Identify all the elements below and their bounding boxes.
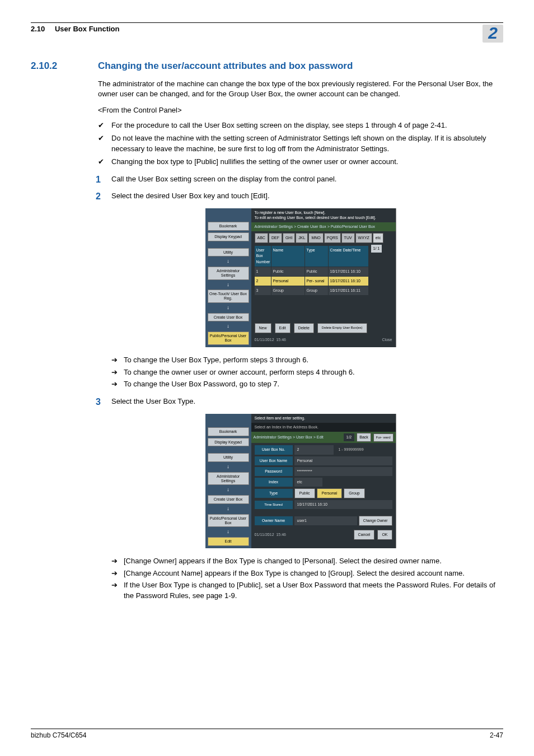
subhead: <From the Control Panel>: [98, 105, 503, 116]
tab-mno[interactable]: MNO: [308, 233, 323, 243]
breadcrumb: Administrator Settings > User Box > Edit: [254, 435, 341, 440]
type-label: Type: [255, 489, 293, 498]
type-personal-option[interactable]: Personal: [317, 488, 343, 498]
tab-tuv[interactable]: TUV: [341, 233, 355, 243]
footer-date: 01/11/2012: [255, 533, 274, 536]
col-number[interactable]: User Box Number: [255, 246, 271, 266]
tab-wxyz[interactable]: WXYZ: [355, 233, 372, 243]
create-user-box-button[interactable]: Create User Box: [208, 495, 249, 504]
create-user-box-button[interactable]: Create User Box: [208, 313, 249, 322]
forward-button[interactable]: For- ward: [373, 433, 394, 442]
table-row[interactable]: 1PublicPublic10/17/2011 16:10: [255, 267, 369, 276]
delete-empty-button[interactable]: Delete Empty User Box(es): [317, 323, 367, 333]
pager: 1/ 1: [371, 245, 382, 253]
col-name[interactable]: Name: [271, 246, 305, 266]
footer-page-number: 2-47: [490, 731, 503, 739]
change-owner-button[interactable]: Change Owner: [359, 516, 392, 525]
tab-abc[interactable]: ABC: [255, 233, 268, 243]
display-keypad-button[interactable]: Display Keypad: [208, 232, 249, 241]
back-button[interactable]: Back: [357, 433, 371, 442]
bookmark-button[interactable]: Bookmark: [208, 222, 249, 231]
admin-settings-button[interactable]: Administrator Settings: [208, 267, 249, 279]
tab-def[interactable]: DEF: [269, 233, 282, 243]
chevron-down-icon: ↓: [208, 323, 249, 330]
page-indicator: 1/2: [344, 433, 355, 441]
chevron-down-icon: ↓: [208, 305, 249, 311]
sub-instruction: Select an Index in the Address Book.: [251, 423, 396, 432]
breadcrumb: Administrator Settings > Create User Box…: [251, 222, 396, 231]
edit-button[interactable]: Edit: [275, 323, 291, 333]
user-box-no-label: User Box No.: [255, 445, 293, 454]
arrow-item: To change the owner user or owner accoun…: [111, 367, 503, 378]
time-stored-label: Time Stored: [255, 501, 293, 509]
col-type[interactable]: Type: [305, 246, 329, 266]
arrow-list: To change the User Box Type, perform ste…: [111, 355, 503, 390]
arrow-list: [Change Owner] appears if the Box Type i…: [111, 556, 503, 601]
check-list: For the procedure to call the User Box s…: [98, 120, 503, 167]
arrow-item: [Change Account Name] appears if the Box…: [111, 568, 503, 579]
user-box-name-label: User Box Name: [255, 456, 293, 465]
new-button[interactable]: New: [255, 323, 271, 333]
ok-button[interactable]: OK: [377, 530, 392, 540]
sidebar: Bookmark Display Keypad Utility ↓ Admini…: [205, 414, 251, 548]
action-bar: New Edit Delete Delete Empty User Box(es…: [251, 321, 396, 335]
step-text: Select the User Box Type.: [111, 397, 195, 405]
screenshot-user-box-edit: Bookmark Display Keypad Utility ↓ Admini…: [205, 414, 396, 548]
owner-name-label: Owner Name: [255, 516, 293, 525]
header-section-title: User Box Function: [55, 25, 120, 33]
instruction-text: To register a new User Box, touch [New].…: [251, 208, 396, 222]
screenshot-user-box-list: Bookmark Display Keypad Utility ↓ Admini…: [205, 208, 396, 347]
tab-pqrs[interactable]: PQRS: [324, 233, 341, 243]
alpha-tabs: ABC DEF GHI JKL MNO PQRS TUV WXYZ etc: [251, 231, 396, 245]
header-section-number: 2.10: [31, 25, 45, 33]
type-public-option[interactable]: Public: [294, 488, 315, 498]
user-box-table: User Box Number Name Type Create Date/Ti…: [255, 246, 369, 295]
step-item: 1 Call the User Box setting screen on th…: [98, 174, 503, 185]
user-box-no-range: 1 - 999999999: [335, 447, 364, 452]
admin-settings-button[interactable]: Administrator Settings: [208, 472, 249, 485]
check-item: For the procedure to call the User Box s…: [98, 120, 503, 131]
heading-number: 2.10.2: [31, 59, 98, 73]
step-item: 3 Select the User Box Type.: [98, 396, 503, 407]
chevron-down-icon: ↓: [208, 506, 249, 512]
index-label: Index: [255, 478, 293, 487]
close-button[interactable]: Close: [382, 337, 392, 343]
public-personal-button[interactable]: Public/Personal User Box: [208, 332, 249, 344]
step-text: Select the desired User Box key and touc…: [111, 192, 270, 200]
public-personal-button[interactable]: Public/Personal User Box: [208, 514, 249, 527]
index-value[interactable]: etc: [294, 478, 322, 487]
password-value[interactable]: **********: [294, 467, 392, 476]
step-number: 3: [96, 395, 101, 408]
footer-date: 01/11/2012: [255, 338, 274, 342]
user-box-name-value[interactable]: Personal: [294, 456, 392, 465]
delete-button[interactable]: Delete: [294, 323, 314, 333]
one-touch-button[interactable]: One-Touch/ User Box Reg.: [208, 290, 249, 302]
step-text: Call the User Box setting screen on the …: [111, 175, 337, 183]
page-footer: bizhub C754/C654 2-47: [31, 729, 503, 739]
utility-button[interactable]: Utility: [208, 453, 249, 462]
user-box-no-value[interactable]: 2: [294, 445, 334, 454]
heading-title: Changing the user/account attributes and…: [98, 59, 353, 73]
bookmark-button[interactable]: Bookmark: [208, 427, 249, 436]
arrow-item: To change the User Box Type, perform ste…: [111, 355, 503, 366]
display-keypad-button[interactable]: Display Keypad: [208, 438, 249, 447]
chevron-down-icon: ↓: [208, 487, 249, 493]
footer-time: 15:46: [276, 338, 286, 342]
chevron-down-icon: ↓: [208, 529, 249, 535]
type-group-option[interactable]: Group: [344, 488, 364, 498]
table-row[interactable]: 3GroupGroup10/17/2011 16:11: [255, 286, 369, 295]
check-item: Do not leave the machine with the settin…: [98, 133, 503, 155]
password-label: Password: [255, 467, 293, 476]
edit-form: User Box No. 2 1 - 999999999 User Box Na…: [251, 443, 396, 528]
time-stored-value: 10/17/2011 16:10: [294, 500, 392, 509]
table-row-selected[interactable]: 2PersonalPer- sonal10/17/2011 16:10: [255, 276, 369, 286]
step-number: 2: [96, 190, 101, 203]
tab-jkl[interactable]: JKL: [296, 233, 308, 243]
tab-etc[interactable]: etc: [373, 233, 383, 243]
footer-time: 15:46: [276, 533, 286, 536]
cancel-button[interactable]: Cancel: [354, 530, 375, 540]
utility-button[interactable]: Utility: [208, 248, 249, 257]
tab-ghi[interactable]: GHI: [283, 233, 295, 243]
edit-nav-button[interactable]: Edit: [208, 537, 249, 546]
col-date[interactable]: Create Date/Time: [329, 246, 369, 266]
